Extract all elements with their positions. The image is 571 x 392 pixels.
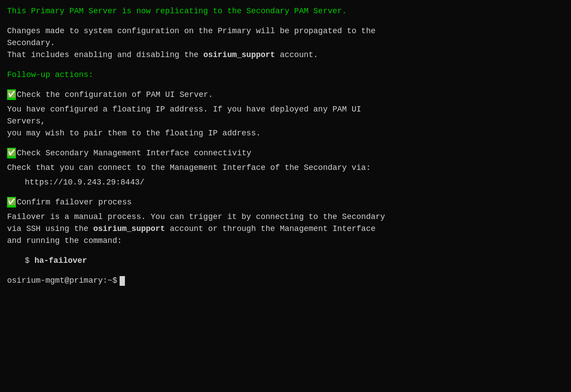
osirium-support-bold-1: osirium_support xyxy=(203,50,275,59)
cursor xyxy=(120,276,125,286)
osirium-support-bold-2: osirium_support xyxy=(93,224,165,233)
follow-up-heading: Follow-up actions: xyxy=(7,69,564,81)
heading-line: This Primary PAM Server is now replicati… xyxy=(7,5,564,17)
check3-text: Confirm failover process xyxy=(17,198,132,207)
check1-text: Check the configuration of PAM UI Server… xyxy=(17,90,213,99)
checkbox-icon-2: ✅ xyxy=(7,148,16,158)
check1-line: ✅Check the configuration of PAM UI Serve… xyxy=(7,89,564,101)
prompt-text: osirium-mgmt@primary:~$ xyxy=(7,275,117,287)
paragraph-1: Changes made to system configuration on … xyxy=(7,25,564,61)
para1-line1: Changes made to system configuration on … xyxy=(7,25,564,37)
paragraph-3: Check that you can connect to the Manage… xyxy=(7,162,564,174)
url-text: https://10.9.243.29:8443/ xyxy=(25,178,144,187)
check3-line: ✅Confirm failover process xyxy=(7,196,564,208)
command-text: ha-failover xyxy=(35,256,87,265)
paragraph-4: Failover is a manual process. You can tr… xyxy=(7,211,564,247)
para1-line2: Secondary. xyxy=(7,37,564,49)
url-line: https://10.9.243.29:8443/ xyxy=(25,177,564,188)
check2-line: ✅Check Secondary Management Interface co… xyxy=(7,147,564,159)
prompt-line: osirium-mgmt@primary:~$ xyxy=(7,275,564,287)
para1-line3: That includes enabling and disabling the… xyxy=(7,49,564,61)
command-line: $ ha-failover xyxy=(25,255,564,267)
paragraph-2: You have configured a floating IP addres… xyxy=(7,104,564,139)
terminal-output: This Primary PAM Server is now replicati… xyxy=(7,5,564,287)
command-prefix: $ xyxy=(25,256,30,265)
checkbox-icon-3: ✅ xyxy=(7,197,16,208)
checkbox-icon-1: ✅ xyxy=(7,89,16,100)
heading-text: This Primary PAM Server is now replicati… xyxy=(7,7,347,15)
check2-text: Check Secondary Management Interface con… xyxy=(17,149,251,158)
